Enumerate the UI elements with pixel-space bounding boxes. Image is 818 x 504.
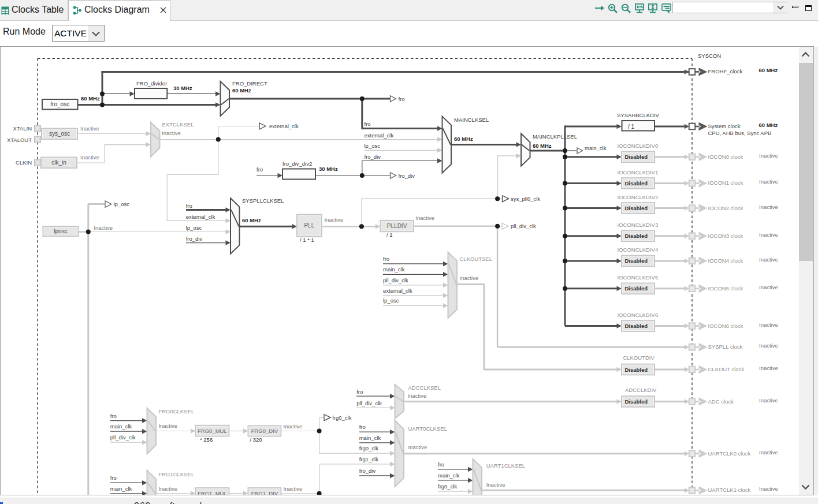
svg-text:UART1CLKSEL: UART1CLKSEL (486, 462, 525, 469)
svg-text:IOCONCLKDIV5: IOCONCLKDIV5 (618, 274, 659, 281)
svg-text:fro: fro (365, 121, 371, 127)
svg-text:IOCONCLKDIV4: IOCONCLKDIV4 (618, 247, 659, 253)
svg-text:fro_div: fro_div (365, 154, 381, 160)
svg-text:IOCON6 clock: IOCON6 clock (708, 323, 743, 329)
svg-text:SYSPLL clock: SYSPLL clock (708, 344, 743, 350)
svg-text:Inactive: Inactive (759, 449, 778, 456)
svg-text:IOCON3 clock: IOCON3 clock (708, 233, 743, 239)
svg-text:IOCONCLKDIV3: IOCONCLKDIV3 (618, 222, 659, 228)
svg-text:UARTCLK1 clock: UARTCLK1 clock (708, 487, 751, 493)
svg-text:external_clk: external_clk (383, 288, 412, 294)
svg-text:Inactive: Inactive (408, 393, 427, 399)
svg-text:Inactive: Inactive (759, 342, 778, 349)
svg-text:Inactive: Inactive (284, 486, 303, 492)
svg-text:FRG1CLKSEL: FRG1CLKSEL (158, 471, 194, 477)
svg-text:System clock: System clock (708, 123, 741, 129)
svg-text:main_clk: main_clk (359, 435, 381, 441)
svg-text:Inactive: Inactive (759, 256, 778, 263)
svg-text:MAINCLKSEL: MAINCLKSEL (454, 117, 489, 123)
svg-text:IOCON2 clock: IOCON2 clock (708, 205, 743, 211)
svg-text:ADC clock: ADC clock (708, 398, 734, 405)
svg-text:fro: fro (399, 96, 405, 102)
svg-text:FRG0_DIV: FRG0_DIV (251, 428, 278, 434)
svg-text:FRG1_DIV: FRG1_DIV (251, 490, 278, 495)
svg-text:Inactive: Inactive (158, 423, 177, 429)
svg-text:IOCON1 clock: IOCON1 clock (708, 180, 743, 186)
svg-text:Disabled: Disabled (625, 285, 648, 292)
svg-text:main_clk: main_clk (438, 472, 460, 479)
svg-text:60 MHz: 60 MHz (232, 87, 251, 94)
svg-text:CLKIN: CLKIN (16, 159, 32, 166)
svg-text:ADCCLKSEL: ADCCLKSEL (408, 384, 441, 391)
svg-text:Inactive: Inactive (486, 481, 505, 488)
svg-text:external_clk: external_clk (365, 132, 394, 139)
svg-text:CLKOUTSEL: CLKOUTSEL (460, 256, 493, 262)
svg-text:CPU, AHB bus, Sync APB: CPU, AHB bus, Sync APB (708, 130, 772, 136)
svg-text:pll_div_clk: pll_div_clk (110, 434, 136, 440)
svg-text:pll_div_clk: pll_div_clk (356, 400, 382, 406)
svg-text:/ 1: / 1 (628, 124, 635, 130)
svg-text:Disabled: Disabled (625, 398, 648, 405)
svg-text:PLL: PLL (304, 222, 314, 229)
svg-text:IOCONCLKDIV2: IOCONCLKDIV2 (618, 194, 659, 200)
svg-text:Inactive: Inactive (759, 486, 778, 492)
svg-text:Disabled: Disabled (625, 323, 648, 329)
svg-text:Inactive: Inactive (284, 423, 303, 430)
svg-text:main_clk: main_clk (110, 423, 132, 430)
svg-text:Inactive: Inactive (460, 275, 479, 281)
svg-text:IOCON0 clock: IOCON0 clock (708, 154, 743, 160)
svg-text:Inactive: Inactive (759, 178, 778, 185)
svg-text:Disabled: Disabled (625, 205, 648, 211)
svg-text:fro: fro (110, 413, 117, 419)
svg-text:fro: fro (186, 203, 192, 209)
svg-text:FRO_divider: FRO_divider (136, 80, 167, 87)
svg-text:fro: fro (256, 166, 263, 173)
svg-text:frg0_clk: frg0_clk (332, 415, 352, 421)
svg-text:PLLDIV: PLLDIV (387, 223, 407, 229)
svg-text:FRO_DIRECT: FRO_DIRECT (232, 80, 267, 87)
svg-text:Inactive: Inactive (80, 154, 99, 160)
svg-text:IOCONCLKDIV0: IOCONCLKDIV0 (618, 143, 659, 149)
svg-text:60 MHz: 60 MHz (533, 143, 552, 149)
svg-text:60 MHz: 60 MHz (759, 67, 778, 73)
svg-text:IOCONCLKDIV1: IOCONCLKDIV1 (618, 169, 659, 176)
svg-text:IOCON5 clock: IOCON5 clock (708, 285, 743, 292)
svg-text:lp_osc: lp_osc (186, 225, 202, 231)
svg-text:lp_osc: lp_osc (383, 297, 399, 304)
svg-text:lp_osc: lp_osc (365, 143, 381, 149)
svg-text:IOCON4 clock: IOCON4 clock (708, 257, 743, 264)
svg-text:lp_osc: lp_osc (114, 201, 130, 207)
svg-text:main_clk: main_clk (585, 145, 607, 151)
svg-text:fro_div: fro_div (186, 236, 203, 242)
svg-text:FRG0CLKSEL: FRG0CLKSEL (158, 408, 194, 415)
svg-text:CLKOUTDIV: CLKOUTDIV (623, 354, 655, 361)
svg-text:Disabled: Disabled (625, 180, 648, 186)
svg-text:SYSAHBCLKDIV: SYSAHBCLKDIV (617, 112, 660, 118)
svg-text:fro: fro (356, 389, 363, 395)
svg-text:Inactive: Inactive (158, 486, 177, 492)
svg-text:60 MHz: 60 MHz (81, 95, 100, 102)
svg-text:/ 1: / 1 (386, 232, 393, 238)
svg-text:Inactive: Inactive (408, 444, 427, 450)
svg-text:/ 320: / 320 (250, 436, 262, 443)
svg-text:Inactive: Inactive (759, 397, 778, 404)
svg-text:Inactive: Inactive (759, 204, 778, 210)
svg-text:XTALOUT: XTALOUT (7, 137, 32, 143)
svg-text:/ 1 * 1: / 1 * 1 (300, 237, 314, 243)
svg-text:pll_div_clk: pll_div_clk (511, 223, 536, 229)
svg-text:MAINCLKPLLSEL: MAINCLKPLLSEL (533, 133, 577, 140)
svg-text:60 MHz: 60 MHz (454, 136, 473, 142)
svg-text:Disabled: Disabled (625, 233, 648, 239)
svg-text:frg0_clk: frg0_clk (359, 445, 379, 451)
svg-text:fro: fro (359, 424, 366, 430)
svg-text:pll_div_clk: pll_div_clk (383, 277, 408, 283)
svg-text:fro_div: fro_div (399, 173, 415, 179)
svg-text:fro_osc: fro_osc (50, 101, 69, 107)
svg-text:fro: fro (383, 256, 389, 262)
svg-text:Inactive: Inactive (415, 215, 434, 221)
svg-text:CLKOUT clock: CLKOUT clock (708, 366, 745, 372)
svg-text:Disabled: Disabled (625, 367, 648, 373)
svg-text:EXTCLKSEL: EXTCLKSEL (162, 121, 194, 128)
svg-text:fro_div_div2: fro_div_div2 (282, 160, 312, 167)
svg-text:external_clk: external_clk (186, 214, 215, 220)
